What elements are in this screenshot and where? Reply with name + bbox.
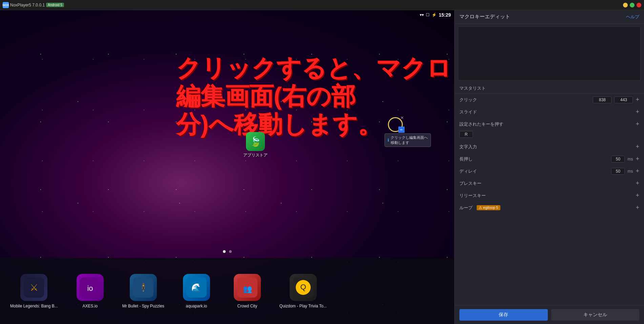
- android-badge: Android 5: [46, 3, 64, 7]
- main-layout: ▾▾ ☐ ⚡ 15:29 クリックすると、マクロ 編集画面(右の部 分)へ移動し…: [0, 10, 644, 324]
- long-press-row: 長押し ms +: [455, 153, 644, 165]
- signal-icon: ☐: [426, 13, 430, 17]
- delay-input[interactable]: [611, 168, 625, 175]
- dock-item-crowd-city[interactable]: 👥 Crowd City: [229, 274, 266, 308]
- dot-2[interactable]: [229, 250, 232, 253]
- dock-label-mr-bullet: Mr Bullet - Spy Puzzles: [122, 304, 164, 308]
- macro-tooltip-text: クリックし編集画面へ 移動します: [391, 135, 428, 145]
- panel-buttons: 保存 キャンセル: [455, 305, 644, 324]
- slide-label: スライド: [459, 109, 633, 115]
- dock-item-quizdom[interactable]: Q Quizdom - Play Trivia To...: [279, 274, 327, 308]
- dock-label-aquapark: aquapark.io: [186, 304, 207, 308]
- master-list-label: マスタリスト: [455, 83, 644, 94]
- press-key-label: プレスキー: [459, 180, 633, 187]
- set-key-plus-icon[interactable]: +: [636, 121, 639, 128]
- nox-icon: NOX: [3, 2, 9, 8]
- set-key-row: 設定されたキーを押す +: [455, 118, 644, 130]
- status-time: 15:29: [439, 12, 451, 18]
- long-press-input[interactable]: [611, 156, 625, 163]
- cancel-button[interactable]: キャンセル: [551, 309, 640, 321]
- bottom-dock: ⚔ Mobile Legends: Bang B... io AXES.io: [0, 258, 454, 324]
- title-bar-left: NOX NoxPlayer5 7.0.0.1 Android 5: [3, 2, 64, 8]
- release-key-row: リリースキー +: [455, 190, 644, 202]
- svg-text:⚔: ⚔: [30, 282, 38, 293]
- dock-icon-mr-bullet: 🕴: [130, 274, 157, 301]
- macro-circle[interactable]: ✕ ✏: [388, 117, 403, 132]
- dock-item-aquapark[interactable]: 🌊 aquapark.io: [178, 274, 215, 308]
- delay-plus-icon[interactable]: +: [636, 168, 639, 175]
- text-input-plus-icon[interactable]: +: [636, 143, 639, 150]
- right-panel: マクロキーエディット ヘルプ マスタリスト クリック + スライド + 設定され…: [454, 10, 644, 324]
- panel-textarea[interactable]: [458, 26, 641, 81]
- close-button[interactable]: ✕: [637, 3, 641, 7]
- loop-badge: ⚠ egiloop 5: [477, 205, 500, 210]
- app-title: NoxPlayer5 7.0.0.1: [10, 3, 45, 7]
- dock-icon-aquapark: 🌊: [183, 274, 210, 301]
- delay-label: ディレイ: [459, 168, 608, 174]
- click-plus-icon[interactable]: +: [636, 96, 639, 103]
- svg-text:🕴: 🕴: [138, 282, 149, 293]
- svg-text:👥: 👥: [243, 284, 252, 294]
- release-key-label: リリースキー: [459, 193, 633, 199]
- nox-logo: NOX NoxPlayer5 7.0.0.1 Android 5: [3, 2, 64, 8]
- pagination-dots: [223, 250, 232, 253]
- dock-label-quizdom: Quizdom - Play Trivia To...: [279, 304, 327, 308]
- slide-row: スライド +: [455, 106, 644, 118]
- svg-text:Q: Q: [300, 283, 306, 291]
- click-x-input[interactable]: [593, 96, 611, 103]
- click-label: クリック: [459, 97, 590, 103]
- macro-close-icon[interactable]: ✕: [400, 115, 404, 120]
- appstore-icon[interactable]: 🍃 アプリストア: [243, 132, 268, 158]
- appstore-icon-image: 🍃: [246, 132, 265, 151]
- svg-text:io: io: [87, 284, 93, 293]
- android-screen: ▾▾ ☐ ⚡ 15:29 クリックすると、マクロ 編集画面(右の部 分)へ移動し…: [0, 10, 454, 324]
- dock-item-mobile-legends[interactable]: ⚔ Mobile Legends: Bang B...: [10, 274, 58, 308]
- long-press-label: 長押し: [459, 156, 608, 162]
- text-input-label: 文字入力: [459, 144, 633, 150]
- macro-edit-icon[interactable]: ✏: [398, 127, 404, 133]
- panel-header: マクロキーエディット ヘルプ: [455, 10, 644, 24]
- dock-icon-axes: io: [77, 274, 104, 301]
- dot-1[interactable]: [223, 250, 226, 253]
- dock-icon-crowd-city: 👥: [234, 274, 261, 301]
- panel-help-link[interactable]: ヘルプ: [626, 14, 639, 20]
- loop-row: ループ ⚠ egiloop 5 +: [455, 202, 644, 214]
- set-key-label: 設定されたキーを押す: [459, 121, 633, 127]
- press-key-plus-icon[interactable]: +: [636, 180, 639, 187]
- click-y-input[interactable]: [614, 96, 633, 103]
- press-key-row: プレスキー +: [455, 177, 644, 190]
- maximize-button[interactable]: □: [630, 3, 635, 7]
- macro-indicator[interactable]: ✕ ✏ ℹ クリックし編集画面へ 移動します: [388, 117, 403, 132]
- delay-row: ディレイ ms +: [455, 165, 644, 177]
- wifi-icon: ▾▾: [420, 13, 424, 17]
- dock-icon-mobile-legends: ⚔: [20, 274, 47, 301]
- tooltip-info-icon: ℹ: [388, 138, 389, 143]
- click-row: クリック +: [455, 94, 644, 106]
- panel-title: マクロキーエディット: [459, 14, 510, 20]
- title-bar: NOX NoxPlayer5 7.0.0.1 Android 5 − □ ✕: [0, 0, 644, 10]
- set-key-input-row: [455, 130, 644, 141]
- set-key-input[interactable]: [459, 131, 473, 138]
- macro-tooltip: ℹ クリックし編集画面へ 移動します: [385, 133, 431, 147]
- dock-item-axes[interactable]: io AXES.io: [71, 274, 109, 308]
- loop-label: ループ: [459, 205, 473, 211]
- dock-item-mr-bullet[interactable]: 🕴 Mr Bullet - Spy Puzzles: [122, 274, 164, 308]
- svg-text:🌊: 🌊: [191, 282, 202, 293]
- title-bar-controls: − □ ✕: [623, 3, 641, 7]
- dock-label-mobile-legends: Mobile Legends: Bang B...: [10, 304, 58, 308]
- status-bar: ▾▾ ☐ ⚡ 15:29: [420, 10, 451, 20]
- slide-plus-icon[interactable]: +: [636, 108, 639, 115]
- save-button[interactable]: 保存: [459, 309, 548, 321]
- text-input-row: 文字入力 +: [455, 141, 644, 153]
- battery-icon: ⚡: [432, 13, 437, 17]
- appstore-label: アプリストア: [243, 152, 268, 158]
- release-key-plus-icon[interactable]: +: [636, 192, 639, 199]
- loop-plus-icon[interactable]: +: [636, 204, 639, 211]
- dock-label-crowd-city: Crowd City: [237, 304, 257, 308]
- dock-label-axes: AXES.io: [82, 304, 98, 308]
- delay-unit: ms: [627, 169, 633, 174]
- long-press-unit: ms: [627, 157, 633, 161]
- minimize-button[interactable]: −: [623, 3, 628, 7]
- dock-icon-quizdom: Q: [290, 274, 317, 301]
- long-press-plus-icon[interactable]: +: [636, 155, 639, 163]
